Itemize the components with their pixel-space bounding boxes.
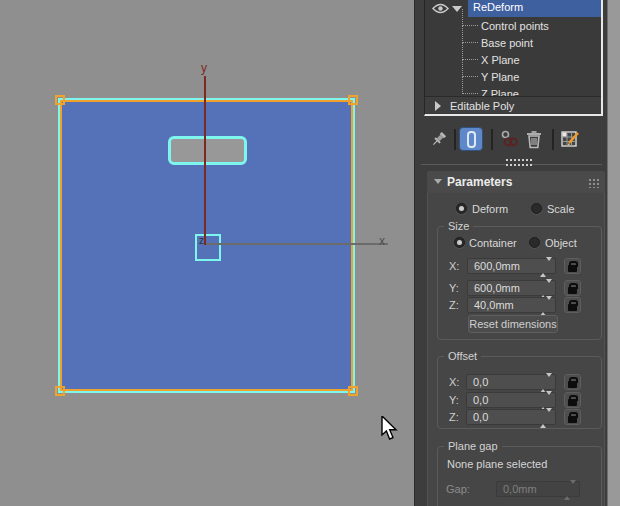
modifier-stack-list[interactable]: ReDeform Control points Base point X Pla… <box>424 0 603 116</box>
panel-scroll-strip <box>607 0 620 506</box>
hole-rectangle-shape[interactable] <box>168 136 247 165</box>
lock-icon <box>568 265 577 272</box>
spinner-arrows[interactable] <box>540 261 552 273</box>
plane-gap-group-label: Plane gap <box>444 440 502 452</box>
rollout-grip-icon[interactable] <box>588 178 599 188</box>
gap-field: 0,0mm <box>496 481 580 497</box>
reset-dimensions-button[interactable]: Reset dimensions <box>468 315 558 333</box>
container-radio[interactable] <box>454 237 465 248</box>
x-axis-line <box>206 243 388 245</box>
toolbar-separator <box>454 129 456 150</box>
configure-modifier-sets-icon <box>560 129 580 149</box>
tree-connector <box>462 77 478 94</box>
remove-modifier-button[interactable] <box>523 127 545 151</box>
container-radio-label[interactable]: Container <box>469 237 517 249</box>
offset-x-field[interactable]: 0,0 <box>466 374 556 390</box>
offset-y-label: Y: <box>449 394 463 406</box>
mouse-cursor-icon <box>381 416 399 442</box>
visibility-eye-icon[interactable] <box>432 3 449 14</box>
y-axis-label: y <box>201 61 207 75</box>
command-panel: ReDeform Control points Base point X Pla… <box>414 0 607 506</box>
plane-gap-group: Plane gap <box>437 446 602 506</box>
pin-stack-button[interactable] <box>427 127 451 151</box>
size-y-label: Y: <box>449 282 463 294</box>
corner-control-point[interactable] <box>348 386 358 396</box>
offset-x-label: X: <box>449 376 463 388</box>
spinner-arrows[interactable] <box>540 412 552 424</box>
toolbar-separator <box>552 129 554 150</box>
lock-x-button[interactable] <box>564 258 581 274</box>
configure-modifier-sets-button[interactable] <box>558 127 582 151</box>
application-window: y x z ReDeform Control points <box>0 0 620 506</box>
stack-item-base-point[interactable]: Base point <box>425 34 601 51</box>
spinner-arrows[interactable] <box>540 377 552 389</box>
size-group-label: Size <box>444 220 473 232</box>
scale-radio-label[interactable]: Scale <box>547 203 575 215</box>
trash-icon <box>525 129 543 149</box>
stack-item-editable-poly[interactable]: Editable Poly <box>425 96 601 113</box>
make-unique-icon <box>500 129 520 149</box>
tree-connector <box>462 26 478 43</box>
deform-radio[interactable] <box>456 203 467 214</box>
lock-icon <box>568 416 577 423</box>
divider-drag-handle[interactable] <box>506 159 532 166</box>
lock-icon <box>568 304 577 311</box>
object-radio-label[interactable]: Object <box>545 237 577 249</box>
gap-label: Gap: <box>446 483 472 495</box>
spinner-arrows[interactable] <box>540 395 552 407</box>
stack-item-y-plane[interactable]: Y Plane <box>425 68 601 85</box>
make-unique-button[interactable] <box>499 127 521 151</box>
size-x-label: X: <box>449 260 463 272</box>
lock-y-button[interactable] <box>564 280 581 296</box>
lock-offset-z-button[interactable] <box>564 409 581 425</box>
corner-control-point[interactable] <box>348 95 358 105</box>
scale-radio[interactable] <box>531 203 542 214</box>
stack-item-redeform[interactable]: ReDeform <box>425 0 601 17</box>
show-end-result-icon <box>467 131 476 148</box>
pin-icon <box>430 130 448 148</box>
rollout-caret-icon <box>434 179 442 184</box>
parameters-rollout-header[interactable]: Parameters <box>427 171 605 193</box>
y-axis-line <box>204 76 206 245</box>
collapse-caret-icon[interactable] <box>435 101 441 111</box>
corner-control-point[interactable] <box>55 386 65 396</box>
lock-icon <box>568 287 577 294</box>
offset-z-label: Z: <box>449 411 463 423</box>
lock-offset-y-button[interactable] <box>564 392 581 408</box>
tree-connector <box>462 9 478 26</box>
lock-icon <box>568 381 577 388</box>
spinner-arrows[interactable] <box>540 283 552 295</box>
size-z-field[interactable]: 40,0mm <box>467 297 556 313</box>
stack-item-control-points[interactable]: Control points <box>425 17 601 34</box>
toolbar-separator <box>491 129 493 150</box>
spinner-arrows[interactable] <box>540 300 552 312</box>
size-y-field[interactable]: 600,0mm <box>467 280 556 296</box>
viewport[interactable]: y x z <box>0 0 414 506</box>
x-axis-label: x <box>379 234 385 248</box>
plane-gap-status: None plane selected <box>447 458 547 470</box>
show-end-result-button[interactable] <box>459 127 483 151</box>
offset-group-label: Offset <box>444 350 481 362</box>
size-x-field[interactable]: 600,0mm <box>467 258 556 274</box>
tree-connector <box>462 43 478 60</box>
expand-caret-icon[interactable] <box>452 6 462 12</box>
spinner-arrows <box>564 484 576 496</box>
lock-offset-x-button[interactable] <box>564 374 581 390</box>
offset-z-field[interactable]: 0,0 <box>466 409 556 425</box>
lock-icon <box>568 399 577 406</box>
lock-z-button[interactable] <box>564 297 581 313</box>
object-radio[interactable] <box>529 237 540 248</box>
stack-item-label[interactable]: ReDeform <box>468 0 601 17</box>
rollout-title: Parameters <box>447 175 512 189</box>
tree-connector <box>462 60 478 77</box>
deform-radio-label[interactable]: Deform <box>472 203 508 215</box>
z-axis-label: z <box>199 235 204 246</box>
offset-y-field[interactable]: 0,0 <box>466 392 556 408</box>
size-z-label: Z: <box>449 299 463 311</box>
stack-item-x-plane[interactable]: X Plane <box>425 51 601 68</box>
corner-control-point[interactable] <box>55 95 65 105</box>
